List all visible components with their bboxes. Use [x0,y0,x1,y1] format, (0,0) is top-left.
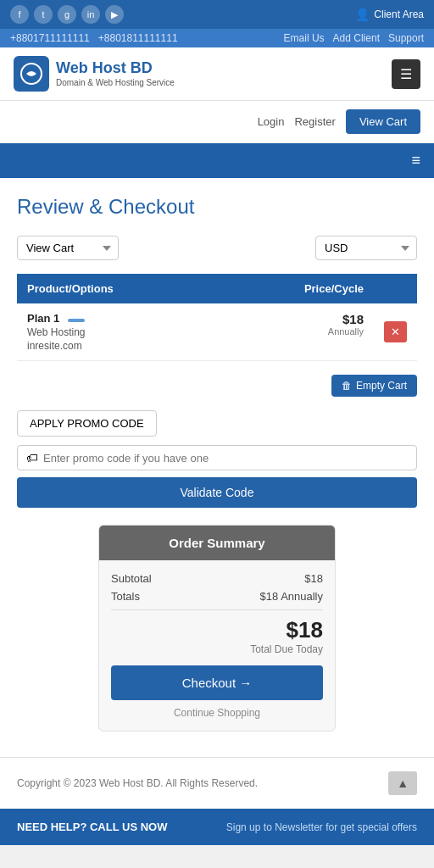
delete-item-button[interactable]: ✕ [384,321,407,342]
summary-divider [111,609,323,610]
auth-bar: Login Register View Cart [0,101,434,143]
main-content: Review & Checkout View Cart USD Product/… [0,178,434,757]
twitter-icon[interactable]: t [34,5,53,24]
copyright-text: Copyright © 2023 Web Host BD. All Rights… [17,777,258,789]
promo-input-wrap: 🏷 [17,445,417,470]
page-title: Review & Checkout [17,195,417,219]
top-bar: f t g in ▶ 👤 Client Area [0,0,434,29]
price-amount: $18 [342,312,364,326]
brand-tagline: Domain & Web Hosting Service [56,78,175,88]
nav-menu-bar: ≡ [0,143,434,178]
validate-code-button[interactable]: Validate Code [17,477,417,508]
subtotal-row: Subtotal $18 [111,572,323,585]
view-cart-select[interactable]: View Cart [17,236,119,260]
logo-text: Web Host BD Domain & Web Hosting Service [56,59,175,88]
bottom-help-bar: NEED HELP? CALL US NOW Sign up to Newsle… [0,809,434,845]
promo-code-input[interactable] [43,452,408,465]
table-row: Plan 1 Web Hosting inresite.com $18 Annu… [17,303,417,361]
add-client-link[interactable]: Add Client [333,32,380,44]
plan-tag [68,319,85,322]
currency-select[interactable]: USD [315,236,417,260]
totals-value: $18 Annually [260,590,323,603]
price-cycle: Annually [231,326,364,337]
delete-cell: ✕ [374,303,417,361]
site-footer: Copyright © 2023 Web Host BD. All Rights… [0,757,434,809]
login-link[interactable]: Login [258,115,285,128]
empty-cart-row: 🗑 Empty Cart [17,375,417,397]
email-link[interactable]: Email Us [284,32,325,44]
cart-table: Product/Options Price/Cycle Plan 1 Web H… [17,274,417,361]
phone1[interactable]: +8801711111111 [10,32,90,44]
need-help-text: NEED HELP? CALL US NOW [17,821,167,833]
trash-icon: 🗑 [342,380,352,392]
linkedin-icon[interactable]: in [81,5,100,24]
newsletter-text: Sign up to Newsletter for get special of… [226,821,417,833]
facebook-icon[interactable]: f [10,5,29,24]
plan-sub1: Web Hosting [27,326,211,338]
order-summary-body: Subtotal $18 Totals $18 Annually $18 Tot… [99,560,335,731]
site-header: Web Host BD Domain & Web Hosting Service… [0,47,434,101]
support-link[interactable]: Support [388,32,424,44]
totals-label: Totals [111,590,140,603]
person-icon: 👤 [355,8,370,21]
phone2[interactable]: +8801811111111 [98,32,178,44]
plan-sub2: inresite.com [27,340,211,352]
secondary-nav-links: Email Us Add Client Support [284,32,424,44]
continue-shopping-link[interactable]: Continue Shopping [111,707,323,719]
apply-promo-button[interactable]: APPLY PROMO CODE [17,410,157,437]
youtube-icon[interactable]: ▶ [105,5,124,24]
col-action [374,274,417,303]
tag-icon: 🏷 [26,451,38,465]
client-area-link[interactable]: 👤 Client Area [355,8,424,21]
hamburger-button[interactable]: ☰ [392,59,420,89]
dropdowns-row: View Cart USD [17,236,417,260]
product-cell: Plan 1 Web Hosting inresite.com [17,303,221,361]
logo-icon [14,56,49,92]
subtotal-label: Subtotal [111,572,152,585]
brand-name: Web Host BD [56,59,175,78]
phone-links: +8801711111111 +8801811111111 [10,32,178,44]
scroll-top-button[interactable]: ▲ [388,771,417,795]
logo-container: Web Host BD Domain & Web Hosting Service [14,56,175,92]
nav-hamburger-icon[interactable]: ≡ [411,152,420,170]
col-price: Price/Cycle [221,274,374,303]
total-due-label: Total Due Today [111,643,323,655]
google-plus-icon[interactable]: g [58,5,76,24]
order-summary: Order Summary Subtotal $18 Totals $18 An… [98,525,336,732]
empty-cart-button[interactable]: 🗑 Empty Cart [331,375,417,397]
view-cart-header-button[interactable]: View Cart [346,109,420,134]
social-icons: f t g in ▶ [10,5,124,24]
order-summary-header: Order Summary [99,526,335,560]
promo-section: APPLY PROMO CODE 🏷 Validate Code [17,410,417,508]
secondary-bar: +8801711111111 +8801811111111 Email Us A… [0,29,434,47]
checkout-button[interactable]: Checkout → [111,665,323,700]
client-area-label: Client Area [374,8,424,20]
total-amount: $18 [111,617,323,643]
subtotal-value: $18 [304,572,323,585]
plan-name: Plan 1 [27,312,59,325]
col-product: Product/Options [17,274,221,303]
totals-row: Totals $18 Annually [111,590,323,603]
register-link[interactable]: Register [294,115,335,128]
price-cell: $18 Annually [221,303,374,361]
